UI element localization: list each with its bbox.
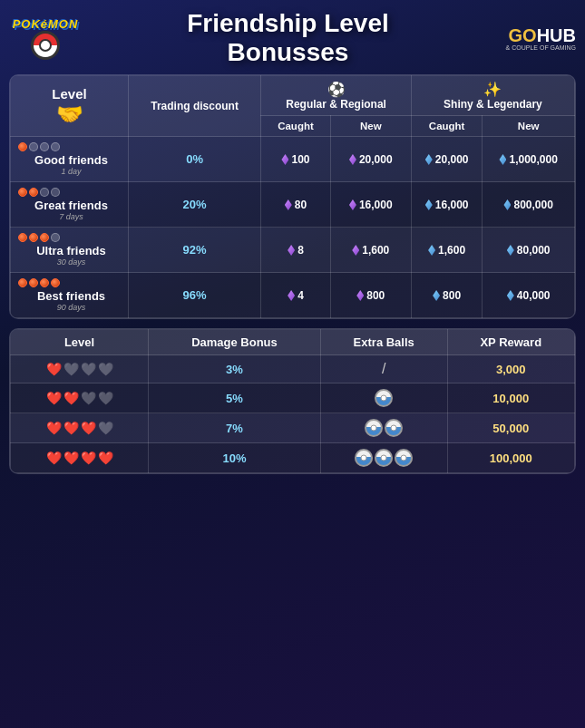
friendship-dot: [29, 233, 38, 242]
regular-new-number: 16,000: [359, 199, 393, 211]
gohub-name: GOHUB: [509, 26, 576, 44]
col-level-header: Level 🤝: [11, 76, 129, 137]
slash-indicator: /: [382, 361, 385, 376]
heart-dots: ❤️🤍🤍🤍: [15, 362, 144, 376]
balls-group: [325, 449, 444, 467]
stardust-icon: [507, 290, 514, 301]
friendship-dot: [40, 142, 49, 151]
pokemon-text: POKéMON: [13, 17, 79, 31]
discount-value: 20%: [183, 198, 207, 211]
heart-icon: ❤️: [46, 421, 62, 435]
xp-value: 50,000: [492, 422, 529, 435]
shiny-new-number: 80,000: [517, 244, 551, 257]
bonus-level-cell: ❤️🤍🤍🤍: [11, 355, 149, 383]
regular-new-value: 20,000: [335, 153, 407, 166]
shiny-new-value: 40,000: [486, 289, 570, 302]
stardust-icon: [349, 199, 356, 210]
heart-icon: ❤️: [46, 451, 62, 465]
stardust-icon: [433, 290, 440, 301]
shiny-new-cell: 1,000,000: [483, 137, 575, 182]
dots-row: [18, 188, 124, 197]
shiny-caught-value: 800: [415, 289, 478, 302]
shiny-new-number: 1,000,000: [509, 153, 557, 166]
discount-cell: 92%: [129, 228, 261, 273]
bonus-level-cell: ❤️❤️🤍🤍: [11, 383, 149, 413]
col-trading-header: Trading discount: [129, 76, 261, 137]
balls-cell: [320, 413, 447, 443]
regular-caught-cell: 4: [261, 273, 330, 318]
damage-value: 7%: [226, 422, 243, 435]
damage-cell: 5%: [149, 383, 321, 413]
xp-cell: 3,000: [447, 355, 575, 383]
heart-dots: ❤️❤️❤️❤️: [15, 451, 144, 465]
xp-cell: 50,000: [447, 413, 575, 443]
trading-table: Level 🤝 Trading discount ⚽ Regular & Reg…: [10, 75, 575, 318]
dots-row: [18, 142, 124, 151]
shiny-caught-value: 1,600: [415, 244, 478, 257]
level-days: 30 days: [18, 257, 124, 267]
shiny-new-value: 800,000: [486, 199, 570, 211]
balls-cell: [320, 443, 447, 473]
bonus-col-balls: Extra Balls: [320, 330, 447, 355]
regular-new-number: 1,600: [362, 244, 389, 257]
level-name: Best friends: [18, 289, 124, 303]
regular-new-cell: 1,600: [330, 228, 411, 273]
xp-cell: 10,000: [447, 383, 575, 413]
shiny-caught-number: 1,600: [438, 244, 465, 257]
regular-caught-value: 100: [265, 153, 326, 166]
shiny-caught-number: 16,000: [435, 199, 469, 211]
stardust-icon: [281, 154, 288, 165]
friendship-dot: [51, 188, 60, 197]
regular-caught-value: 8: [265, 244, 326, 257]
pokeball-header-icon: ⚽: [265, 81, 407, 98]
friendship-dot: [29, 142, 38, 151]
regular-caught-cell: 8: [261, 228, 330, 273]
discount-value: 96%: [183, 288, 207, 302]
bonus-col-damage: Damage Bonus: [149, 330, 321, 355]
shiny-new-number: 40,000: [517, 289, 551, 302]
col-regular-new-header: New: [330, 116, 411, 137]
damage-cell: 7%: [149, 413, 321, 443]
shiny-new-value: 80,000: [486, 244, 570, 257]
stardust-icon: [425, 154, 433, 165]
title-area: Friendship Level Bonusses: [82, 9, 494, 67]
regular-new-cell: 20,000: [330, 137, 411, 182]
trade-row: Best friends 90 days 96% 4 800 800: [11, 273, 575, 318]
trade-row: Great friends 7 days 20% 80 16,000 16,00…: [11, 182, 575, 228]
regular-caught-value: 4: [265, 289, 326, 302]
stardust-icon: [288, 245, 295, 256]
shiny-caught-number: 800: [443, 289, 461, 302]
shiny-new-number: 800,000: [513, 199, 552, 211]
shiny-caught-value: 16,000: [415, 199, 478, 211]
level-days: 1 day: [18, 167, 124, 176]
heart-icon: 🤍: [81, 391, 96, 405]
heart-icon: 🤍: [98, 391, 113, 405]
col-regular-header: ⚽ Regular & Regional: [261, 76, 412, 116]
col-shiny-caught-header: Caught: [411, 116, 482, 137]
gohub-tagline: & COUPLE OF GAMING: [506, 44, 576, 51]
gohub-logo: GOHUB & COUPLE OF GAMING: [494, 26, 576, 51]
friendship-dot: [18, 142, 27, 151]
damage-value: 5%: [226, 392, 243, 405]
level-name: Good friends: [18, 153, 124, 167]
damage-cell: 10%: [149, 443, 321, 473]
level-name: Great friends: [18, 199, 124, 212]
bonus-col-xp: XP Reward: [447, 330, 575, 355]
discount-cell: 0%: [129, 137, 261, 182]
level-name: Ultra friends: [18, 244, 124, 257]
friendship-dot: [18, 233, 27, 242]
heart-icon: 🤍: [81, 362, 96, 376]
stardust-icon: [507, 245, 514, 256]
page-title: Friendship Level Bonusses: [82, 9, 494, 67]
bonus-col-level: Level: [11, 330, 149, 355]
trade-row: Ultra friends 30 days 92% 8 1,600 1,600: [11, 228, 575, 273]
pokeball-icon: [395, 449, 413, 467]
trading-table-container: Level 🤝 Trading discount ⚽ Regular & Reg…: [9, 74, 576, 319]
col-regular-caught-header: Caught: [261, 116, 330, 137]
xp-value: 10,000: [492, 392, 529, 405]
heart-icon: ❤️: [81, 451, 96, 465]
stardust-icon: [503, 199, 511, 210]
pokemon-go-logo: POKéMON: [9, 14, 82, 63]
heart-icon: ❤️: [98, 451, 113, 465]
regular-new-cell: 800: [330, 273, 411, 318]
